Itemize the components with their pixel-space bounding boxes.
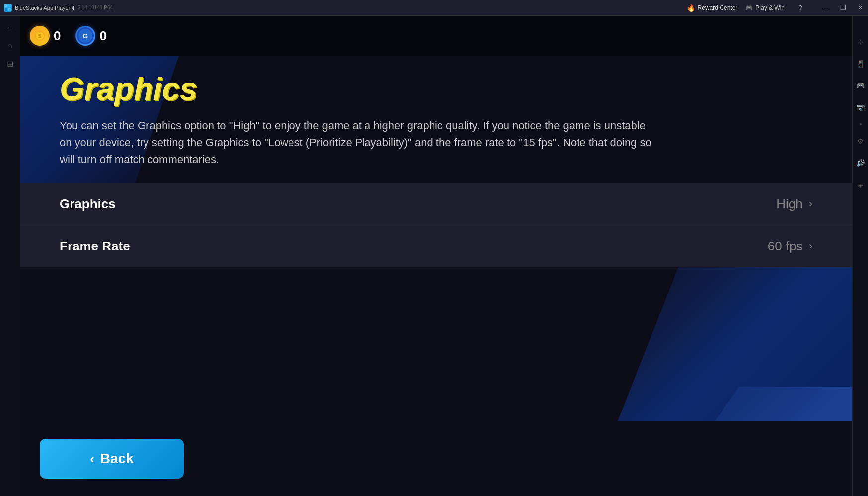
svg-text:G: G bbox=[83, 32, 88, 40]
sidebar-apps-icon[interactable]: ⊞ bbox=[2, 56, 18, 72]
framerate-label: Frame Rate bbox=[60, 239, 130, 254]
sidebar-right-icon-4[interactable]: 📷 bbox=[855, 101, 867, 113]
bottom-area: ‹ Back bbox=[20, 421, 852, 496]
gem-coin-icon: G bbox=[75, 26, 95, 46]
back-chevron-icon: ‹ bbox=[90, 451, 94, 467]
sidebar-right-icon-3[interactable]: 🎮 bbox=[855, 80, 867, 91]
left-sidebar: ← ⌂ ⊞ bbox=[0, 16, 20, 496]
title-section: Graphics You can set the Graphics option… bbox=[20, 56, 852, 183]
coin-display-1: $ 0 bbox=[30, 26, 61, 46]
graphics-label: Graphics bbox=[60, 196, 116, 212]
reward-center-label: Reward Center bbox=[698, 4, 738, 11]
reward-center-button[interactable]: 🔥 Reward Center bbox=[687, 4, 738, 12]
app-icon bbox=[4, 4, 12, 12]
svg-text:$: $ bbox=[38, 33, 41, 39]
play-win-label: Play & Win bbox=[755, 4, 785, 11]
right-sidebar: ⊹ 📱 🎮 📷 ⚙ 🔊 ◈ bbox=[852, 16, 868, 496]
title-bar-left: BlueStacks App Player 4 5.14.10141.P64 bbox=[4, 4, 113, 12]
app-version: 5.14.10141.P64 bbox=[77, 5, 113, 10]
gold-coin-icon: $ bbox=[30, 26, 50, 46]
minimize-button[interactable]: — bbox=[818, 0, 834, 16]
framerate-setting-row[interactable]: Frame Rate 60 fps › bbox=[20, 225, 852, 267]
graphics-title: Graphics bbox=[60, 71, 812, 107]
graphics-value-group: High › bbox=[776, 196, 812, 212]
svg-rect-1 bbox=[8, 5, 11, 7]
framerate-value-group: 60 fps › bbox=[768, 239, 812, 254]
sidebar-home-icon[interactable]: ⌂ bbox=[2, 38, 18, 54]
sidebar-right-icon-6[interactable]: 🔊 bbox=[855, 157, 867, 169]
title-bar: BlueStacks App Player 4 5.14.10141.P64 🔥… bbox=[0, 0, 868, 16]
close-button[interactable]: ✕ bbox=[852, 0, 868, 16]
settings-rows: Graphics High › Frame Rate 60 fps › bbox=[20, 183, 852, 267]
sidebar-right-icon-1[interactable]: ⊹ bbox=[855, 36, 867, 48]
svg-rect-2 bbox=[5, 8, 7, 11]
graphics-chevron-icon: › bbox=[809, 197, 812, 210]
back-button[interactable]: ‹ Back bbox=[40, 439, 184, 479]
app-name: BlueStacks App Player 4 bbox=[15, 5, 74, 11]
svg-rect-0 bbox=[5, 5, 7, 7]
back-button-label: Back bbox=[100, 451, 134, 467]
reward-icon: 🔥 bbox=[687, 4, 695, 12]
gem-coin-value: 0 bbox=[99, 28, 106, 44]
settings-panel: Graphics You can set the Graphics option… bbox=[20, 56, 852, 267]
play-win-button[interactable]: 🎮 Play & Win bbox=[745, 4, 785, 11]
svg-rect-3 bbox=[8, 8, 11, 11]
sidebar-right-icon-7[interactable]: ◈ bbox=[855, 179, 867, 191]
gold-coin-value: 0 bbox=[54, 28, 61, 44]
description-text: You can set the Graphics option to "High… bbox=[60, 117, 655, 168]
maximize-button[interactable]: ❐ bbox=[835, 0, 851, 16]
play-win-icon: 🎮 bbox=[745, 4, 753, 11]
framerate-value: 60 fps bbox=[768, 239, 803, 254]
coin-display-2: G 0 bbox=[75, 26, 106, 46]
window-controls: — ❐ ✕ bbox=[818, 0, 868, 16]
sidebar-divider-1 bbox=[860, 123, 862, 125]
graphics-value: High bbox=[776, 196, 802, 212]
sidebar-right-icon-2[interactable]: 📱 bbox=[855, 58, 867, 70]
sidebar-right-icon-5[interactable]: ⚙ bbox=[855, 135, 867, 147]
sidebar-back-icon[interactable]: ← bbox=[2, 20, 18, 36]
framerate-chevron-icon: › bbox=[809, 240, 812, 252]
graphics-setting-row[interactable]: Graphics High › bbox=[20, 183, 852, 225]
game-area: $ 0 G 0 Graphics Yo bbox=[20, 16, 852, 496]
main-wrapper: ← ⌂ ⊞ $ 0 bbox=[0, 16, 868, 496]
title-bar-actions: 🔥 Reward Center 🎮 Play & Win ? bbox=[687, 0, 808, 16]
top-bar: $ 0 G 0 bbox=[20, 16, 852, 56]
help-button[interactable]: ? bbox=[793, 0, 808, 16]
